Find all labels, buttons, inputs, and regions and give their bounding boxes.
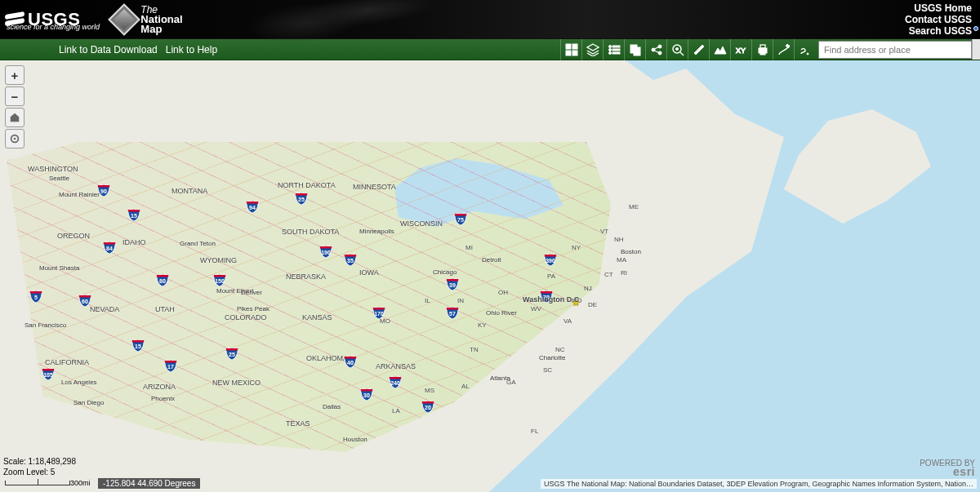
interstate-shield-icon: 15 [131, 338, 145, 352]
state-label: NEBRASKA [286, 273, 326, 281]
svg-point-13 [658, 45, 662, 48]
state-label: MINNESOTA [353, 183, 396, 191]
state-label: MI [466, 244, 473, 251]
svg-rect-9 [612, 52, 620, 54]
home-extent-button[interactable] [5, 108, 24, 127]
interstate-shield-icon: 75 [453, 211, 468, 226]
state-label: WISCONSIN [400, 219, 443, 228]
city-label: Seattle [49, 175, 69, 182]
link-search-usgs[interactable]: Search USGS [905, 25, 972, 37]
zoom-out-button[interactable]: − [5, 86, 24, 106]
interstate-shield-icon: 30 [359, 387, 374, 401]
city-label: Atlanta [490, 375, 510, 382]
esri-logo[interactable]: POWERED BYesri [920, 459, 975, 477]
state-label: NEVADA [90, 305, 119, 313]
state-label: CALIFORNIA [45, 358, 89, 366]
interstate-shield-icon: 60 [78, 293, 92, 308]
map-attribution: USGS The National Map: National Boundari… [541, 479, 977, 489]
interstate-shield-icon: 5 [29, 289, 43, 304]
city-label: Charlotte [539, 354, 565, 361]
svg-rect-11 [634, 47, 640, 55]
map-canvas[interactable]: WASHINGTONMONTANANORTH DAKOTAMINNESOTAOR… [0, 60, 980, 492]
interstate-shield-icon: 25 [294, 191, 309, 206]
usgs-tagline: science for a changing world [7, 23, 100, 31]
state-label: NH [614, 236, 624, 243]
svg-rect-1 [572, 44, 577, 49]
legend-icon[interactable] [603, 39, 624, 60]
state-label: IN [457, 297, 464, 304]
spot-elevation-icon[interactable] [666, 39, 688, 60]
state-label: ME [629, 203, 639, 211]
state-label: PA [547, 273, 555, 280]
annotate-icon[interactable] [624, 39, 645, 60]
state-label: COLORADO [225, 313, 267, 321]
city-label: Phoenix [151, 395, 175, 402]
city-label: Houston [343, 436, 368, 443]
interstate-shield-icon: 20 [421, 399, 435, 414]
svg-rect-2 [566, 51, 571, 55]
national-map-logo[interactable]: The National Map [113, 5, 182, 34]
vertical-scrollbar[interactable] [972, 39, 980, 60]
interstate-shield-icon: 190 [318, 244, 333, 259]
svg-point-23 [14, 138, 16, 140]
map-container: WASHINGTONMONTANANORTH DAKOTAMINNESOTAOR… [0, 60, 980, 492]
draw-icon[interactable] [773, 39, 794, 60]
measure-icon[interactable] [688, 39, 709, 60]
interstate-shield-icon: 84 [102, 240, 117, 255]
link-usgs-home[interactable]: USGS Home [905, 2, 972, 14]
cursor-coords: -125.804 44.690 Degrees [98, 478, 200, 489]
xy-icon[interactable]: XY [730, 39, 751, 60]
zoom-in-button[interactable]: + [5, 65, 24, 85]
state-label: NY [572, 244, 581, 251]
city-label: Pikes Peak [237, 305, 270, 312]
city-label: Denver [241, 289, 262, 296]
state-label: NJ [584, 285, 592, 292]
state-label: VA [564, 317, 572, 325]
state-label: SOUTH DAKOTA [282, 228, 339, 236]
state-label: VT [600, 228, 608, 235]
link-contact-usgs[interactable]: Contact USGS [905, 14, 972, 25]
state-label: IL [425, 297, 430, 304]
locate-button[interactable] [5, 129, 24, 148]
svg-text:XY: XY [736, 47, 746, 55]
interstate-shield-icon: 150 [212, 273, 227, 287]
svg-point-4 [608, 46, 611, 48]
interstate-shield-icon: 40 [343, 354, 358, 369]
layers-icon[interactable] [581, 39, 603, 60]
interstate-shield-icon: 57 [445, 305, 460, 320]
svg-rect-19 [760, 45, 765, 48]
interstate-shield-icon: 170 [372, 305, 386, 320]
link-help[interactable]: Link to Help [166, 44, 217, 55]
state-label: OKLAHOMA [306, 354, 348, 362]
interstate-shield-icon: 80 [155, 273, 170, 287]
link-data-download[interactable]: Link to Data Download [59, 44, 158, 55]
national-map-text: The National Map [140, 5, 182, 34]
share-icon[interactable] [645, 39, 666, 60]
print-icon[interactable] [751, 39, 773, 60]
state-label: TN [470, 346, 479, 353]
interstate-shield-icon: 35 [343, 252, 358, 267]
state-label: IOWA [359, 268, 379, 277]
state-label: WASHINGTON [28, 165, 78, 173]
capital-label: Washington D C [523, 295, 579, 304]
interstate-shield-icon: 240 [388, 375, 403, 389]
basemap-gallery-icon[interactable] [560, 39, 581, 60]
state-label: AL [461, 383, 470, 390]
city-label: Detroit [482, 256, 501, 264]
city-label: Los Angeles [61, 379, 97, 386]
interstate-shield-icon: 25 [225, 346, 239, 361]
state-label: NC [555, 346, 565, 353]
state-label: OREGON [57, 232, 90, 240]
city-label: Mount Rainier [59, 191, 100, 198]
interstate-shield-icon: 39 [445, 277, 460, 291]
zoom-value: 5 [51, 468, 56, 476]
state-label: FL [531, 428, 538, 435]
help-icon[interactable] [794, 39, 815, 60]
svg-point-6 [608, 49, 611, 51]
elevation-profile-icon[interactable] [709, 39, 730, 60]
svg-rect-20 [760, 51, 765, 55]
search-input[interactable] [819, 45, 971, 55]
interstate-shield-icon: 17 [163, 358, 178, 373]
svg-rect-0 [566, 44, 571, 49]
notification-dot-icon[interactable] [973, 26, 978, 31]
